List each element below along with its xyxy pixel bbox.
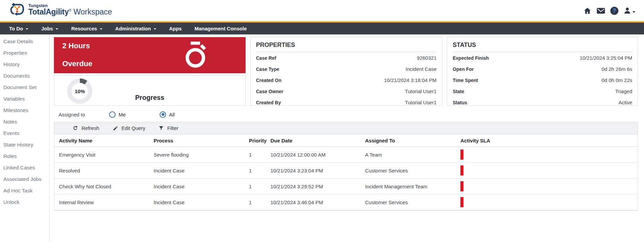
- progress-card: 10% Progress: [54, 75, 246, 106]
- header-icons: ?: [583, 7, 635, 15]
- registered-mark: ®: [69, 8, 71, 12]
- property-row: Created ByTutorial User1: [256, 97, 437, 108]
- property-row: Case TypeIncident Case: [256, 63, 437, 74]
- status-panel: STATUS Expected Finish10/21/2024 3:25:04…: [447, 37, 638, 106]
- sla-bar: [460, 150, 463, 160]
- col-process[interactable]: Process: [154, 138, 249, 143]
- chevron-down-icon: [26, 28, 28, 30]
- totalagility-logo-icon: [9, 2, 25, 19]
- brand: Tungsten TotalAgility®Workspace: [9, 2, 112, 19]
- brand-suffix: Workspace: [73, 7, 112, 16]
- nav-item-apps[interactable]: Apps: [163, 23, 188, 34]
- nav-item-resources[interactable]: Resources: [65, 23, 109, 34]
- radio-me[interactable]: Me: [109, 111, 160, 118]
- mail-icon[interactable]: [597, 7, 605, 15]
- sidebar-item-events[interactable]: Events: [0, 128, 49, 139]
- assigned-to-label: Assigned to: [59, 112, 109, 117]
- help-icon[interactable]: ?: [610, 7, 618, 15]
- user-menu-caret-icon: [633, 11, 635, 13]
- col-due-date[interactable]: Due Date: [270, 138, 365, 143]
- col-assigned-to[interactable]: Assigned To: [365, 138, 460, 143]
- sla-bar: [460, 181, 463, 191]
- col-activity-sla[interactable]: Activity SLA: [460, 138, 638, 143]
- overdue-label: Overdue: [62, 59, 246, 68]
- user-icon[interactable]: [623, 7, 635, 15]
- sla-bar: [460, 165, 463, 176]
- home-icon[interactable]: [583, 7, 591, 15]
- sidebar-item-notes[interactable]: Notes: [0, 116, 49, 128]
- main-nav: To Do Jobs Resources Administration Apps…: [0, 23, 644, 34]
- sidebar-item-case-details[interactable]: Case Details: [0, 36, 49, 47]
- property-row: Case Ref9260321: [256, 52, 437, 63]
- status-row: Time Spent0d 0h 0m 22s: [453, 75, 632, 85]
- status-row: StatusActive: [453, 97, 632, 108]
- overdue-banner: 2 Hours Overdue: [54, 37, 246, 73]
- properties-title: PROPERTIES: [256, 42, 437, 52]
- radio-all[interactable]: All: [160, 111, 210, 118]
- sidebar-item-properties[interactable]: Properties: [0, 47, 49, 59]
- table-row[interactable]: Check Why Not Closed Incident Case 1 10/…: [54, 179, 638, 194]
- properties-panel: PROPERTIES Case Ref9260321 Case TypeInci…: [250, 37, 442, 106]
- activities-grid: Refresh Edit Query Filter Activity Name …: [54, 122, 638, 211]
- pencil-icon: [113, 126, 118, 131]
- property-row: Case OwnerTutorial User1: [256, 86, 437, 97]
- status-row: Open For0d 2h 26m 6s: [453, 63, 632, 74]
- property-row: Created On10/21/2024 3:18:04 PM: [256, 75, 437, 85]
- status-row: Expected Finish10/21/2024 3:25:04 PM: [453, 52, 632, 63]
- assigned-to-filter: Assigned to Me All: [59, 111, 638, 118]
- table-header: Activity Name Process Priority Due Date …: [54, 134, 638, 147]
- nav-item-administration[interactable]: Administration: [109, 23, 163, 34]
- sla-bar: [460, 197, 463, 207]
- refresh-icon: [72, 125, 78, 131]
- sidebar-item-linked-cases[interactable]: Linked Cases: [0, 162, 49, 173]
- col-priority[interactable]: Priority: [249, 138, 270, 143]
- case-sidebar: Case Details Properties History Document…: [0, 34, 50, 242]
- sidebar-item-state-history[interactable]: State History: [0, 139, 49, 151]
- filter-icon: [159, 126, 164, 131]
- grid-toolbar: Refresh Edit Query Filter: [54, 122, 638, 134]
- sidebar-item-milestones[interactable]: Milestones: [0, 105, 49, 116]
- chevron-down-icon: [100, 28, 102, 30]
- nav-item-management-console[interactable]: Management Console: [188, 23, 253, 34]
- chevron-down-icon: [154, 28, 156, 30]
- status-title: STATUS: [453, 42, 632, 52]
- radio-me-circle-icon[interactable]: [109, 111, 116, 118]
- stopwatch-icon: [183, 42, 208, 70]
- chevron-down-icon: [56, 28, 58, 30]
- overdue-amount: 2 Hours: [62, 42, 246, 50]
- app-header: Tungsten TotalAgility®Workspace ?: [0, 0, 644, 21]
- brand-company: Tungsten: [28, 3, 112, 8]
- brand-product: TotalAgility: [28, 7, 69, 16]
- radio-all-circle-icon[interactable]: [160, 111, 166, 118]
- sidebar-item-document-set[interactable]: Document Set: [0, 82, 49, 93]
- sidebar-item-roles[interactable]: Roles: [0, 151, 49, 162]
- table-row[interactable]: Resolved Incident Case 1 10/21/2024 3:23…: [54, 163, 638, 179]
- sidebar-item-history[interactable]: History: [0, 59, 49, 70]
- filter-button[interactable]: Filter: [159, 125, 178, 131]
- sidebar-item-associated-jobs[interactable]: Associated Jobs: [0, 173, 49, 185]
- status-row: StateTriaged: [453, 86, 632, 97]
- col-activity-name[interactable]: Activity Name: [59, 138, 154, 143]
- edit-query-button[interactable]: Edit Query: [113, 125, 146, 131]
- sidebar-item-ad-hoc-task[interactable]: Ad Hoc Task: [0, 185, 49, 196]
- refresh-button[interactable]: Refresh: [72, 125, 99, 131]
- table-row[interactable]: Internal Review Incident Case 1 10/21/20…: [54, 194, 638, 210]
- nav-item-jobs[interactable]: Jobs: [35, 23, 65, 34]
- sidebar-item-unlock[interactable]: Unlock: [0, 196, 49, 208]
- nav-item-todo[interactable]: To Do: [3, 23, 35, 34]
- progress-title: Progress: [54, 94, 245, 102]
- sidebar-item-documents[interactable]: Documents: [0, 70, 49, 82]
- table-row[interactable]: Emergency Visit Severe flooding 1 10/21/…: [54, 147, 638, 163]
- sidebar-item-variables[interactable]: Variables: [0, 93, 49, 105]
